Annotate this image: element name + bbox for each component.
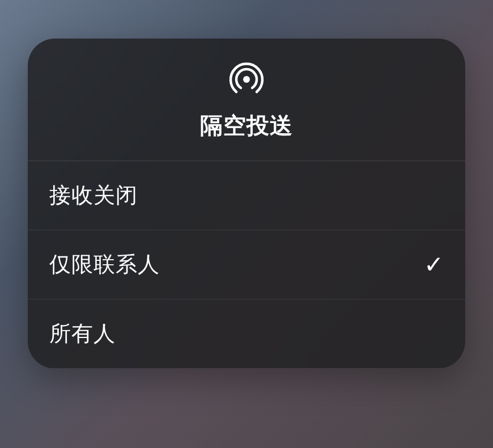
- options-list: 接收关闭 ✓ 仅限联系人 ✓ 所有人 ✓: [28, 160, 465, 369]
- option-label: 仅限联系人: [49, 250, 160, 279]
- airdrop-panel: 隔空投送 接收关闭 ✓ 仅限联系人 ✓ 所有人 ✓: [28, 39, 465, 369]
- airdrop-icon: [228, 61, 265, 98]
- checkmark-icon: ✓: [424, 251, 444, 278]
- panel-header: 隔空投送: [28, 39, 465, 160]
- option-everyone[interactable]: 所有人 ✓: [28, 299, 465, 369]
- option-contacts-only[interactable]: 仅限联系人 ✓: [28, 230, 465, 299]
- panel-title: 隔空投送: [200, 110, 293, 141]
- option-label: 所有人: [49, 319, 116, 348]
- svg-point-0: [243, 76, 250, 83]
- option-label: 接收关闭: [49, 181, 138, 210]
- option-receiving-off[interactable]: 接收关闭 ✓: [28, 161, 465, 230]
